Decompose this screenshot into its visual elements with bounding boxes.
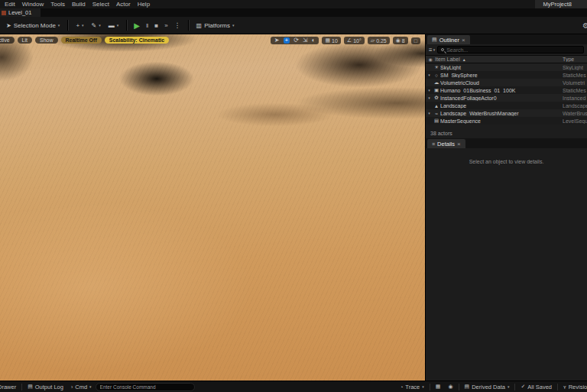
expander-icon[interactable]: ▾ (426, 73, 433, 77)
outliner-search-input[interactable] (446, 47, 580, 53)
outliner-row[interactable]: ☁ VolumetricCloud Volumetri (426, 79, 587, 86)
waterbrush-icon: ≈ (433, 111, 440, 116)
sort-asc-icon: ▲ (462, 57, 466, 62)
column-item-label[interactable]: Item Label ▲ (435, 57, 563, 62)
show-dropdown[interactable]: Show (35, 37, 58, 44)
all-saved-indicator[interactable]: ✓ All Saved (517, 384, 556, 390)
column-type[interactable]: Type (563, 57, 587, 62)
outliner-row-label: Landscape (440, 103, 563, 109)
outliner-row[interactable]: ☀ SkyLight SkyLight (426, 63, 587, 71)
world-space-icon[interactable]: ◐ (312, 37, 316, 44)
outliner-row[interactable]: ▲ Landscape Landscape (426, 102, 587, 109)
perspective-dropdown[interactable]: Perspective (0, 37, 15, 44)
maximize-viewport-button[interactable]: □ (411, 37, 420, 44)
scale-snap-value: 0.25 (376, 38, 387, 44)
close-icon[interactable]: × (457, 141, 461, 147)
blueprints-button[interactable]: ✎ ▾ (89, 21, 104, 31)
expander-icon[interactable]: ▾ (426, 96, 433, 100)
trace-icon: ◔ (400, 384, 403, 390)
cmd-dropdown[interactable]: › Cmd ▾ (67, 384, 96, 390)
edit-mode-icon: ✎ (92, 22, 97, 29)
outliner-row[interactable]: ▾ ✿ InstancedFoliageActor0 Instanced (426, 94, 587, 102)
outliner-searchbox[interactable] (437, 46, 584, 53)
platforms-label: Platforms (204, 22, 230, 29)
play-options-kebab[interactable]: ⋮ (172, 21, 183, 29)
outliner-row-type: Volumetri (563, 80, 587, 86)
filter-icon[interactable]: ≡▾ (429, 47, 435, 53)
viewport[interactable]: Perspective Lit Show Realtime Off Scalab… (0, 34, 425, 381)
console-command-input[interactable] (100, 384, 190, 390)
derived-data-dropdown[interactable]: ▤ Derived Data ▾ (461, 384, 514, 390)
cursor-tool-icon[interactable]: ➤ (274, 37, 280, 44)
quick-add-button[interactable]: + ▾ (73, 21, 86, 31)
eye-icon[interactable]: ◉ (426, 57, 435, 62)
skip-button[interactable]: » (162, 22, 170, 29)
tab-outliner[interactable]: ▤ Outliner × (427, 35, 470, 44)
tab-details[interactable]: ≡ Details × (427, 139, 465, 148)
angle-snap-control[interactable]: ∠ 10° (344, 37, 365, 44)
insights-button[interactable]: ◉ (444, 384, 456, 390)
scalability-badge[interactable]: Scalability: Cinematic (105, 37, 169, 44)
menu-item-actor[interactable]: Actor (116, 1, 131, 8)
details-empty-message: Select an object to view details. (469, 159, 544, 164)
menu-item-help[interactable]: Help (138, 1, 150, 8)
stop-button[interactable]: ■ (152, 22, 161, 29)
output-log-button[interactable]: ▤ Output Log (24, 384, 67, 390)
menu-item-tools[interactable]: Tools (50, 1, 65, 8)
rotate-tool-icon[interactable]: ⟳ (294, 37, 299, 44)
cinematics-button[interactable]: ▬ ▾ (105, 21, 122, 31)
platforms-icon: ▥ (196, 22, 203, 29)
quick-add-icon: + (76, 22, 79, 29)
outliner-rows: ☀ SkyLight SkyLight ▾ ○ SM_SkySphere Sta… (426, 63, 587, 125)
sequence-icon: ▤ (433, 118, 440, 124)
platforms-button[interactable]: ▥ Platforms ▾ (193, 21, 238, 31)
selection-mode-button[interactable]: ➤ Selection Mode ▾ (3, 21, 63, 31)
expander-icon[interactable]: ▾ (426, 111, 433, 115)
outliner-row[interactable]: ▾ ○ SM_SkySphere StaticMes (426, 71, 587, 79)
outliner-row[interactable]: ▾ ▣ Humano_01Business_01_100K StaticMes (426, 86, 587, 94)
camera-speed-control[interactable]: ◉ 8 (393, 37, 408, 44)
chevron-down-icon: ▾ (58, 23, 60, 28)
expander-icon[interactable]: ▾ (426, 88, 433, 92)
outliner-row-label: SM_SkySphere (440, 73, 563, 78)
outliner-row-label: InstancedFoliageActor0 (440, 96, 563, 101)
settings-icon[interactable]: ⚙ (582, 21, 587, 30)
grid-snap-control[interactable]: ▦ 10 (322, 37, 340, 44)
play-button[interactable]: ▶ (131, 21, 142, 30)
realtime-off-badge[interactable]: Realtime Off (61, 37, 102, 44)
cloud-icon: ☁ (433, 79, 440, 86)
outliner-row-type: WaterBrus (563, 111, 587, 116)
outliner-row-label: VolumetricCloud (440, 80, 563, 86)
outliner-row-label: Landscape_WaterBrushManager (440, 111, 563, 116)
menu-item-edit[interactable]: Edit (5, 1, 15, 8)
derived-data-icon: ▤ (465, 384, 470, 390)
main-toolbar: ➤ Selection Mode ▾ + ▾ ✎ ▾ ▬ ▾ ▶ ‖ ■ » ⋮… (0, 17, 587, 34)
close-icon[interactable]: × (462, 37, 465, 44)
content-drawer-button[interactable]: ▥ Content Drawer (0, 384, 20, 390)
revision-control-button[interactable]: ʏ Revision Control (559, 384, 587, 390)
grid-snap-icon: ▦ (325, 37, 330, 44)
statusbar-separator (459, 384, 459, 390)
console-command-box[interactable] (96, 383, 195, 391)
cmd-icon: › (71, 384, 73, 390)
move-tool-icon[interactable]: + (284, 37, 290, 44)
workspace: Perspective Lit Show Realtime Off Scalab… (0, 34, 587, 381)
scale-tool-icon[interactable]: ⇲ (303, 37, 308, 44)
menu-item-select[interactable]: Select (92, 1, 109, 8)
stats-button[interactable]: ▦ (432, 384, 445, 390)
tab-level[interactable]: Level_01 (0, 8, 41, 17)
menus: Edit Window Tools Build Select Actor Hel… (0, 1, 150, 8)
scale-snap-control[interactable]: ▱ 0.25 (368, 37, 390, 44)
menu-item-build[interactable]: Build (72, 1, 86, 8)
details-tab-label: Details (437, 141, 455, 147)
outliner-row[interactable]: ▾ ≈ Landscape_WaterBrushManager WaterBru… (426, 109, 587, 117)
lit-dropdown[interactable]: Lit (18, 37, 32, 44)
menu-item-window[interactable]: Window (22, 1, 44, 8)
pause-button[interactable]: ‖ (144, 22, 151, 29)
trace-dropdown[interactable]: ◔ Trace ▾ (396, 384, 428, 390)
outliner-row[interactable]: ▤ MasterSequence LevelSequ (426, 117, 587, 125)
viewport-left-toolbar: Perspective Lit Show Realtime Off Scalab… (0, 37, 169, 44)
angle-snap-icon: ∠ (347, 37, 352, 44)
chevron-down-icon: ▾ (82, 23, 84, 28)
chevron-down-icon: ▾ (89, 384, 92, 389)
